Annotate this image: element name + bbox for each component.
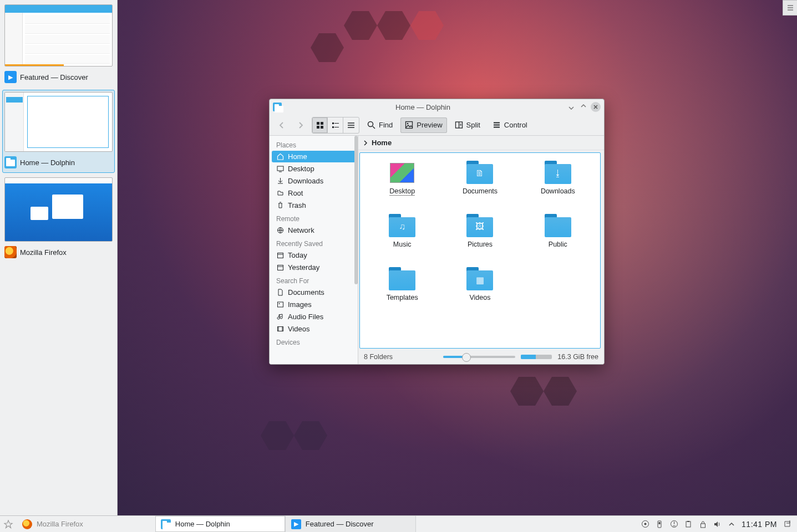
- folder-label: Downloads: [541, 187, 575, 195]
- sidebar-header-search: Search For: [272, 274, 358, 287]
- taskbar-item-dolphin[interactable]: Home — Dolphin: [155, 516, 286, 532]
- folder-downloads[interactable]: ⭳Downloads: [520, 160, 596, 211]
- lock-icon[interactable]: [698, 520, 707, 529]
- details-view-button[interactable]: [343, 117, 359, 133]
- folder-templates[interactable]: Templates: [364, 266, 440, 317]
- sidebar-item-today[interactable]: Today: [272, 249, 356, 261]
- folder-icon: 🖼: [464, 213, 495, 238]
- taskbar: Mozilla Firefox Home — Dolphin Featured …: [0, 515, 797, 532]
- sidebar-item-desktop[interactable]: Desktop: [272, 163, 356, 175]
- folder-icon: [273, 103, 282, 111]
- svg-rect-16: [277, 302, 283, 307]
- find-button[interactable]: Find: [363, 117, 397, 133]
- folder-public[interactable]: Public: [520, 213, 596, 264]
- sidebar-scrollbar[interactable]: [354, 136, 358, 284]
- preview-icon: [405, 121, 413, 129]
- folder-desktop[interactable]: Desktop: [364, 160, 440, 211]
- file-view: Home Desktop🗎Documents⭳Downloads♫Music🖼P…: [358, 136, 604, 364]
- svg-rect-26: [700, 524, 705, 528]
- show-desktop-icon[interactable]: [783, 520, 791, 529]
- split-button[interactable]: Split: [450, 117, 485, 133]
- updates-icon[interactable]: [641, 520, 649, 529]
- svg-rect-24: [686, 521, 691, 527]
- sidebar-item-network[interactable]: Network: [272, 224, 356, 236]
- folder-music[interactable]: ♫Music: [364, 213, 440, 264]
- switcher-item-firefox[interactable]: Mozilla Firefox: [2, 175, 115, 263]
- panel-edit-handle[interactable]: [783, 0, 797, 16]
- svg-rect-2: [317, 126, 319, 129]
- svg-rect-1: [321, 122, 323, 125]
- sidebar-item-search-audio[interactable]: Audio Files: [272, 311, 356, 323]
- svg-point-17: [278, 303, 280, 304]
- control-button[interactable]: Control: [488, 117, 532, 133]
- clipboard-icon[interactable]: [684, 520, 693, 529]
- image-icon: [276, 301, 284, 309]
- tray-expand-icon[interactable]: [727, 520, 736, 529]
- compact-view-button[interactable]: [328, 117, 343, 133]
- maximize-button[interactable]: [578, 102, 588, 112]
- keyboard-icon[interactable]: [669, 520, 678, 529]
- volume-icon[interactable]: [713, 520, 722, 529]
- back-button[interactable]: [274, 117, 290, 133]
- switcher-item-discover[interactable]: Featured — Discover: [2, 2, 115, 88]
- folder-pictures[interactable]: 🖼Pictures: [442, 213, 517, 264]
- switcher-thumbnail: [4, 92, 113, 152]
- places-sidebar: Places Home Desktop Downloads Root Trash…: [270, 136, 358, 364]
- svg-rect-5: [334, 123, 339, 124]
- folder-label: Videos: [469, 294, 490, 301]
- titlebar[interactable]: Home — Dolphin: [270, 99, 604, 115]
- search-icon: [367, 121, 375, 129]
- switcher-item-label: Mozilla Firefox: [20, 248, 67, 257]
- sidebar-item-search-documents[interactable]: Documents: [272, 287, 356, 298]
- folder-label: Music: [393, 241, 412, 248]
- folder-label: Documents: [463, 187, 498, 195]
- svg-point-20: [644, 523, 646, 525]
- clock[interactable]: 11:41 PM: [742, 520, 777, 529]
- statusbar: 8 Folders 16.3 GiB free: [358, 350, 604, 364]
- video-icon: [276, 325, 284, 333]
- sidebar-item-search-videos[interactable]: Videos: [272, 323, 356, 335]
- file-grid[interactable]: Desktop🗎Documents⭳Downloads♫Music🖼Pictur…: [359, 152, 601, 349]
- document-icon: [276, 289, 284, 296]
- device-icon[interactable]: [655, 520, 664, 529]
- preview-button[interactable]: Preview: [400, 117, 446, 133]
- breadcrumb[interactable]: Home: [358, 136, 604, 150]
- folder-icon: ▦: [464, 266, 495, 291]
- breadcrumb-segment[interactable]: Home: [372, 139, 392, 147]
- sidebar-item-trash[interactable]: Trash: [272, 200, 356, 211]
- find-label: Find: [379, 121, 393, 129]
- close-button[interactable]: [591, 102, 601, 112]
- icons-view-button[interactable]: [312, 117, 328, 133]
- taskbar-item-discover[interactable]: Featured — Discover: [286, 516, 416, 532]
- sidebar-item-home[interactable]: Home: [272, 151, 356, 162]
- window-switcher-panel: Featured — Discover Home — Dolphin Mozil…: [0, 0, 118, 515]
- zoom-slider[interactable]: [443, 356, 515, 358]
- sidebar-item-yesterday[interactable]: Yesterday: [272, 262, 356, 273]
- switcher-item-dolphin[interactable]: Home — Dolphin: [2, 90, 115, 173]
- taskbar-item-label: Featured — Discover: [306, 520, 374, 528]
- forward-button[interactable]: [293, 117, 308, 133]
- minimize-button[interactable]: [566, 102, 576, 112]
- calendar-icon: [276, 252, 284, 259]
- app-launcher-button[interactable]: [0, 516, 17, 532]
- svg-rect-7: [334, 127, 339, 127]
- folder-icon: [387, 160, 418, 185]
- home-icon: [276, 153, 284, 161]
- folder-label: Templates: [387, 294, 418, 301]
- view-mode-group: [312, 117, 359, 134]
- folder-documents[interactable]: 🗎Documents: [442, 160, 517, 211]
- sidebar-item-root[interactable]: Root: [272, 187, 356, 199]
- folder-videos[interactable]: ▦Videos: [442, 266, 517, 317]
- disk-usage-bar: [521, 355, 552, 359]
- disk-free-label: 16.3 GiB free: [557, 353, 598, 361]
- taskbar-item-firefox[interactable]: Mozilla Firefox: [17, 516, 89, 532]
- sidebar-item-downloads[interactable]: Downloads: [272, 175, 356, 187]
- svg-rect-25: [687, 521, 689, 522]
- firefox-icon: [4, 246, 17, 258]
- sidebar-item-search-images[interactable]: Images: [272, 299, 356, 310]
- firefox-icon: [22, 519, 32, 529]
- preview-label: Preview: [417, 121, 442, 129]
- svg-rect-15: [277, 265, 283, 270]
- taskbar-item-label: Home — Dolphin: [175, 520, 230, 528]
- folder-icon: 🗎: [464, 160, 495, 185]
